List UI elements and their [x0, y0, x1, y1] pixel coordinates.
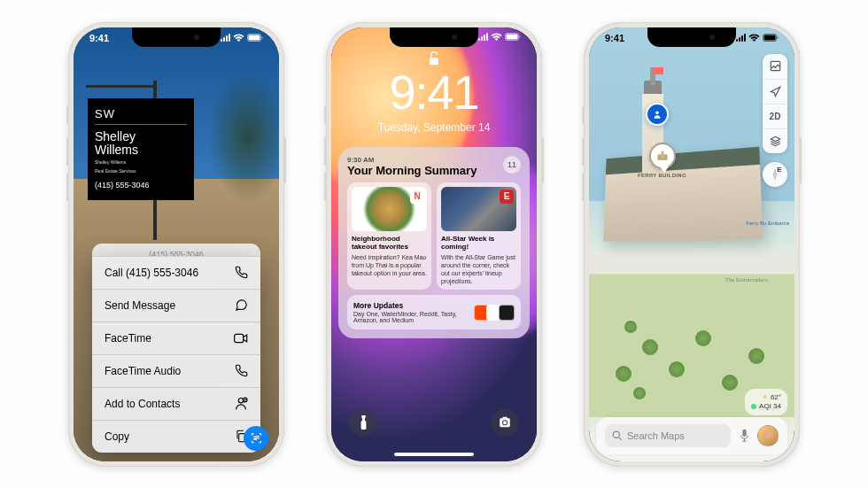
svg-rect-14: [661, 151, 663, 158]
app-icon-stack: [477, 305, 515, 321]
menu-item-facetime[interactable]: FaceTime: [92, 321, 260, 354]
status-time: 9:41: [89, 33, 109, 43]
flashlight-button[interactable]: [349, 408, 377, 437]
search-panel[interactable]: Search Maps: [596, 417, 787, 454]
menu-item-call[interactable]: Call (415) 555-3046: [92, 256, 260, 289]
menu-label: Send Message: [105, 299, 175, 312]
menu-item-add-contact[interactable]: Add to Contacts: [92, 387, 260, 420]
weather-temp: 62°: [771, 393, 781, 402]
menu-label: Add to Contacts: [105, 398, 180, 410]
map-info-button[interactable]: [763, 54, 787, 79]
weather-badge[interactable]: ☀ 62° AQI 34: [745, 389, 787, 414]
svg-rect-16: [764, 35, 776, 41]
menu-label: Call (415) 555-3046: [105, 267, 198, 279]
home-indicator[interactable]: [394, 453, 474, 456]
app-badge-espn: E: [500, 190, 514, 204]
search-input[interactable]: Search Maps: [605, 424, 731, 447]
svg-rect-1: [249, 35, 260, 41]
camera-button[interactable]: [491, 408, 519, 437]
map-poi-pin[interactable]: [649, 143, 676, 169]
ferry-label: Ferry Bu Embarca: [746, 221, 789, 226]
menu-item-message[interactable]: Send Message: [92, 289, 260, 321]
map-stack-button[interactable]: [763, 128, 787, 153]
sign-sub-1: Shelley Willems: [95, 159, 187, 166]
sign-logo: SW: [95, 107, 187, 120]
card-body: Need inspiration? Kea Mao from Up Thai i…: [352, 253, 427, 277]
lock-screen-time: 9:41: [331, 65, 537, 120]
svg-rect-20: [742, 430, 747, 437]
phone-icon: [234, 266, 248, 280]
menu-label: FaceTime: [105, 332, 151, 345]
road-label: The Embarcadero: [725, 277, 768, 283]
svg-rect-8: [507, 34, 518, 39]
summary-card-2[interactable]: E All-Star Week is coming! With the All-…: [437, 182, 521, 290]
lock-screen-date: Tuesday, September 14: [331, 121, 537, 134]
weather-aqi: AQI 34: [759, 402, 781, 411]
poi-label: FERRY BUILDING: [638, 173, 686, 178]
menu-item-facetime-audio[interactable]: FaceTime Audio: [92, 354, 260, 387]
more-updates[interactable]: More Updates Day One, WaterMinder, Reddi…: [347, 295, 521, 329]
svg-rect-9: [520, 35, 521, 38]
sign-phone: (415) 555-3046: [95, 181, 187, 190]
search-placeholder: Search Maps: [627, 430, 685, 441]
svg-point-19: [613, 431, 619, 438]
card-title: All-Star Week is coming!: [441, 235, 516, 252]
more-body: Day One, WaterMinder, Reddit, Tasty, Ama…: [353, 311, 477, 323]
summary-title: Your Morning Summary: [347, 164, 477, 177]
card-title: Neighborhood takeout favorites: [352, 235, 427, 252]
context-menu: Call (415) 555-3046 Send Message FaceTim…: [92, 256, 260, 453]
map-controls: 2D: [763, 54, 787, 153]
summary-timestamp: 9:30 AM: [347, 156, 477, 164]
svg-rect-17: [778, 36, 779, 39]
live-text-button[interactable]: [244, 426, 268, 451]
person-add-icon: [234, 397, 248, 411]
menu-item-copy[interactable]: Copy: [92, 420, 260, 453]
sign-name-1: Shelley: [95, 130, 187, 143]
menu-label: FaceTime Audio: [105, 365, 181, 377]
food-thumbnail: N: [352, 187, 427, 231]
sport-thumbnail: E: [441, 187, 516, 231]
notification-summary[interactable]: 9:30 AM Your Morning Summary 11 N Neighb…: [338, 147, 530, 339]
status-time: 9:41: [605, 33, 624, 43]
phone-icon: [234, 364, 248, 378]
compass-button[interactable]: E: [763, 162, 787, 187]
svg-point-12: [655, 111, 659, 114]
sign-name-2: Willems: [95, 143, 187, 157]
svg-rect-2: [262, 36, 263, 39]
more-title: More Updates: [353, 301, 477, 310]
summary-count: 11: [503, 156, 521, 174]
app-badge-news: N: [410, 190, 424, 204]
summary-card-1[interactable]: N Neighborhood takeout favorites Need in…: [347, 182, 431, 290]
svg-rect-3: [235, 334, 244, 342]
map-locate-button[interactable]: [763, 79, 787, 104]
message-icon: [234, 298, 248, 313]
card-body: With the All-Star Game just around the c…: [441, 253, 516, 285]
map-2d-button[interactable]: 2D: [763, 104, 787, 128]
video-icon: [234, 331, 248, 345]
sign-sub-2: Real Estate Services: [95, 168, 187, 174]
map-pin-user[interactable]: [646, 103, 669, 126]
mic-button[interactable]: [738, 430, 750, 442]
menu-label: Copy: [105, 430, 129, 443]
profile-avatar[interactable]: [757, 425, 779, 446]
map-building: [603, 146, 763, 241]
search-icon: [612, 430, 623, 441]
detected-sign: SW Shelley Willems Shelley Willems Real …: [88, 98, 194, 201]
